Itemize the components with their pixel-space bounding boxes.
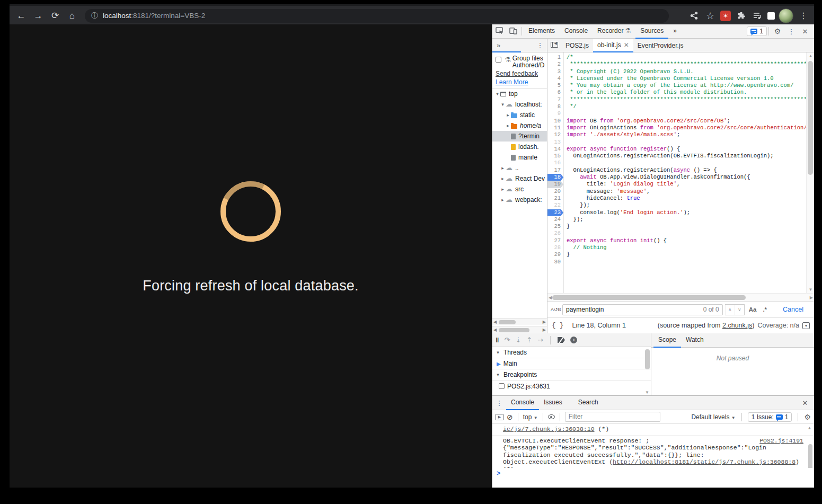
replace-toggle-icon[interactable]: A↺B — [551, 307, 560, 312]
tab-square-icon[interactable] — [767, 12, 775, 20]
message-source-link[interactable]: POS2.js:4191 — [759, 437, 803, 445]
line-number[interactable]: 26 — [547, 230, 563, 237]
line-number[interactable]: 5 — [547, 82, 563, 89]
file-tab-pos2[interactable]: POS2.js — [561, 39, 593, 52]
bookmark-star-icon[interactable]: ☆ — [704, 10, 717, 22]
line-number[interactable]: 2 — [547, 61, 563, 68]
issues-badge[interactable]: 1 — [747, 26, 767, 36]
tree-arrow-icon[interactable]: ▸ — [500, 187, 506, 192]
line-number[interactable]: 3 — [547, 68, 563, 75]
line-number[interactable]: 24 — [547, 216, 563, 223]
tab-console[interactable]: Console — [560, 24, 593, 39]
console-settings-icon[interactable]: ⚙ — [804, 413, 811, 421]
tree-item-react-dev[interactable]: ▸☁React Dev — [492, 173, 547, 184]
back-button[interactable]: ← — [13, 11, 30, 21]
navigator-scrollbar-1[interactable]: ◀▶ — [492, 318, 547, 325]
line-number[interactable]: 28 — [547, 244, 563, 251]
breakpoint-marker[interactable]: 18 — [547, 174, 563, 181]
reload-button[interactable]: ⟳ — [47, 10, 64, 21]
live-expression-icon[interactable] — [548, 414, 555, 419]
threads-section-header[interactable]: ▾Threads — [492, 347, 651, 358]
line-number[interactable]: 16 — [547, 160, 563, 166]
tree-arrow-icon[interactable]: ▾ — [494, 91, 500, 96]
extension-icon[interactable]: ✶ — [720, 11, 731, 21]
debugger-scrollbar[interactable]: ▼ — [645, 349, 650, 394]
console-prompt[interactable]: > — [492, 468, 814, 489]
tree-item-home-a[interactable]: ▸home/a — [492, 120, 547, 131]
line-number[interactable]: 13 — [547, 139, 563, 146]
file-tab-ob-init[interactable]: ob-init.js✕ — [593, 39, 633, 52]
drawer-close-icon[interactable]: ✕ — [798, 399, 812, 407]
console-sidebar-icon[interactable]: ▶ — [496, 414, 503, 420]
search-prev-icon[interactable]: ∧ — [725, 305, 735, 315]
line-number[interactable]: 12 — [547, 131, 563, 138]
code-editor[interactable]: 1234567891011121314151617181920212223242… — [547, 52, 814, 293]
tree-item-lodash-[interactable]: lodash. — [492, 142, 547, 152]
tree-item-localhost-[interactable]: ▾☁localhost: — [492, 99, 547, 110]
breakpoint-checkbox[interactable] — [499, 383, 505, 389]
tree-arrow-icon[interactable]: ▸ — [500, 197, 506, 202]
line-number[interactable]: 14 — [547, 146, 563, 153]
line-number[interactable]: 20 — [547, 188, 563, 195]
inspect-element-icon[interactable] — [492, 27, 506, 36]
navigator-menu-icon[interactable]: ⋮ — [533, 41, 547, 49]
step-over-icon[interactable]: ↷ — [504, 336, 510, 344]
navigator-more-tabs-icon[interactable]: » — [492, 41, 508, 49]
breakpoint-marker[interactable]: 23 — [547, 209, 563, 216]
stack-link[interactable]: ic/js/7.chunk.js:36038:10 — [503, 426, 595, 432]
tree-arrow-icon[interactable]: ▾ — [500, 102, 506, 107]
hide-navigator-icon[interactable] — [547, 41, 561, 49]
tree-item--[interactable]: ▸☁.. — [492, 163, 547, 173]
step-into-icon[interactable]: ⇣ — [515, 336, 521, 344]
line-number[interactable]: 4 — [547, 75, 563, 82]
tree-item-top[interactable]: ▾top — [492, 89, 547, 99]
pretty-print-icon[interactable]: { } — [552, 322, 564, 329]
tab-watch[interactable]: Watch — [681, 333, 709, 348]
line-number[interactable]: 27 — [547, 237, 563, 244]
line-number[interactable]: 25 — [547, 223, 563, 230]
log-levels-selector[interactable]: Default levels ▼ — [691, 413, 735, 421]
tree-arrow-icon[interactable]: ▸ — [505, 112, 511, 118]
tab-issues[interactable]: Issues — [539, 396, 567, 410]
tab-scope[interactable]: Scope — [653, 333, 681, 348]
line-number[interactable]: 17 — [547, 167, 563, 174]
line-number[interactable]: 8 — [547, 103, 563, 110]
tab-recorder[interactable]: Recorder⚗ — [593, 24, 635, 39]
tree-item-webpack-[interactable]: ▸☁webpack: — [492, 194, 547, 205]
step-icon[interactable]: ⇢ — [537, 336, 543, 344]
browser-menu-icon[interactable]: ⋮ — [797, 10, 810, 22]
tab-console-drawer[interactable]: Console — [506, 396, 539, 410]
console-filter-input[interactable]: Filter — [565, 412, 660, 422]
share-icon[interactable] — [687, 10, 700, 22]
forward-button[interactable]: → — [30, 11, 47, 21]
tab-sources[interactable]: Sources — [635, 24, 668, 39]
navigator-scrollbar-2[interactable]: ◀▶ — [492, 326, 547, 333]
line-number[interactable]: 10 — [547, 118, 563, 125]
line-number[interactable]: 15 — [547, 153, 563, 160]
line-number[interactable]: 6 — [547, 89, 563, 96]
more-panels-icon[interactable]: » — [668, 24, 682, 39]
regex-button[interactable]: .* — [761, 306, 769, 313]
tree-item--termin[interactable]: ?termin — [492, 131, 547, 142]
search-next-icon[interactable]: ∨ — [735, 305, 744, 315]
breakpoints-section-header[interactable]: ▾Breakpoints — [492, 369, 651, 381]
thread-main-row[interactable]: ▶Main — [492, 358, 651, 369]
tree-arrow-icon[interactable]: ▸ — [500, 165, 506, 171]
line-number[interactable]: 22 — [547, 202, 563, 209]
group-files-checkbox[interactable] — [496, 57, 501, 63]
url-bar[interactable]: ⓘ localhost:8181/?terminal=VBS-2 — [85, 9, 669, 23]
file-tab-eventprovider[interactable]: EventProvider.js — [633, 39, 688, 52]
match-case-button[interactable]: Aa — [747, 306, 759, 313]
playlist-icon[interactable] — [751, 10, 764, 22]
deactivate-breakpoints-icon[interactable] — [558, 337, 565, 343]
chunk-link[interactable]: http://localhost:8181/static/js/7.chunk.… — [613, 458, 796, 465]
console-scrollbar[interactable]: ▲▼ — [807, 424, 814, 468]
line-number[interactable]: 29 — [547, 251, 563, 258]
device-toolbar-icon[interactable] — [506, 27, 520, 36]
line-number[interactable]: 30 — [547, 259, 563, 266]
line-number[interactable]: 7 — [547, 96, 563, 103]
tree-item-manife[interactable]: manife — [492, 152, 547, 163]
line-number[interactable]: 21 — [547, 195, 563, 202]
step-out-icon[interactable]: ⇡ — [526, 336, 532, 344]
devtools-close-icon[interactable]: ✕ — [798, 28, 812, 36]
